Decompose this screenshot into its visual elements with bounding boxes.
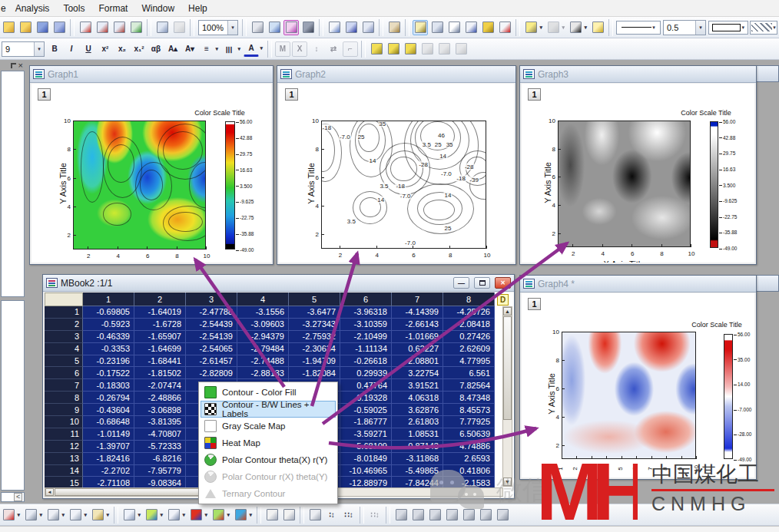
menu-item-window[interactable]: Window	[134, 1, 181, 16]
import-wizard-icon[interactable]	[111, 20, 127, 35]
dropdown-arrow-icon[interactable]: ▾	[260, 45, 263, 51]
matrix-cell[interactable]: -7.95779	[134, 465, 186, 477]
row-header[interactable]: 10	[45, 416, 83, 428]
graph3-plot-area[interactable]	[558, 121, 691, 247]
matrix-cell[interactable]: -0.5923	[83, 319, 134, 331]
matrix-cell[interactable]: -5.72333	[134, 441, 186, 453]
matrix-cell[interactable]: 8.47348	[443, 392, 495, 404]
context-menu-item-polar-1[interactable]: Polar Contour theta(X) r(Y)	[201, 451, 336, 468]
function-plot-icon[interactable]: ▾	[45, 507, 61, 523]
3d-rotate-2-icon[interactable]	[410, 507, 426, 523]
row-header[interactable]: 7	[45, 379, 83, 392]
d-column-button[interactable]: D	[497, 294, 509, 306]
matrix-cell[interactable]: -1.86777	[340, 416, 392, 428]
matrix-cell[interactable]: 7.77925	[443, 416, 495, 428]
mask-face-icon[interactable]	[307, 507, 323, 523]
matrix-cell[interactable]: -0.68648	[83, 416, 134, 428]
matrix-cell[interactable]: 2.61803	[392, 416, 443, 428]
matrix-cell[interactable]: -0.69805	[83, 306, 134, 319]
matrix-cell[interactable]: 0.47764	[340, 379, 392, 392]
matrix-cell[interactable]: -1.65907	[134, 331, 186, 343]
matrix-cell[interactable]: 2.08801	[392, 355, 443, 368]
decrease-font-icon[interactable]: A▾	[182, 41, 197, 57]
dropdown-arrow-icon[interactable]: ▾	[227, 512, 230, 518]
dropdown-arrow-icon[interactable]: ▾	[215, 46, 218, 52]
matrix-cell[interactable]: -0.3353	[83, 343, 134, 355]
matrix-cell[interactable]: -0.23196	[83, 355, 134, 368]
matrix-cell[interactable]: 8.45573	[443, 404, 495, 416]
menu-item-partial[interactable]: e	[0, 1, 8, 16]
2d-bar-plot-icon[interactable]: ▾	[1, 507, 16, 523]
new-worksheet-icon[interactable]	[446, 20, 462, 35]
row-header[interactable]: 4	[45, 343, 83, 355]
zoom-value-combo[interactable]: 100%▾	[198, 20, 238, 35]
dropdown-arrow-icon[interactable]: ▾	[249, 512, 252, 518]
options-gear-icon[interactable]	[480, 20, 496, 35]
select-all-corner[interactable]	[45, 292, 83, 306]
worksheet-properties-icon[interactable]	[463, 20, 479, 35]
matrix-cell[interactable]: -3.1556	[237, 306, 289, 319]
db-edit-icon[interactable]	[386, 41, 401, 57]
import-excel-icon[interactable]	[128, 20, 144, 35]
add-column-icon[interactable]	[497, 20, 512, 35]
matrix-cell[interactable]: -0.18303	[83, 379, 134, 392]
minimize-button[interactable]: —	[453, 277, 469, 289]
palette-icon[interactable]: ▾	[545, 20, 561, 35]
row-header[interactable]: 12	[45, 441, 83, 453]
matrix-cell[interactable]: -0.17522	[83, 367, 134, 379]
matrix-cell[interactable]: -1.64019	[134, 306, 186, 319]
column-header[interactable]: 8	[443, 292, 495, 306]
dropdown-arrow-icon[interactable]: ▾	[182, 512, 185, 518]
matrix-cell[interactable]: -6.8216	[134, 453, 186, 465]
matrix-cell[interactable]: -2.47788	[186, 306, 237, 319]
row-header[interactable]: 8	[45, 392, 83, 404]
mask-range-icon[interactable]	[264, 507, 280, 523]
column-header[interactable]: 1	[83, 292, 134, 306]
matrix-cell[interactable]: -1.94709	[289, 355, 340, 368]
matrix-cell[interactable]: -3.06898	[134, 404, 186, 416]
matrix-cell[interactable]: -2.82809	[186, 367, 237, 379]
matrix-cell[interactable]: -2.94379	[237, 331, 289, 343]
matrix-cell[interactable]: -0.43604	[83, 404, 134, 416]
matrix-cell[interactable]: 6.561	[443, 367, 495, 379]
db-refresh-icon[interactable]	[419, 41, 435, 57]
row-header[interactable]: 14	[45, 465, 83, 477]
matrix-cell[interactable]: -2.07474	[134, 379, 186, 392]
import-single-ascii-icon[interactable]	[94, 20, 110, 35]
matrix-cell[interactable]: 4.06318	[392, 392, 443, 404]
dropdown-arrow-icon[interactable]: ▾	[160, 512, 163, 518]
matrix-cell[interactable]: -1.39707	[83, 441, 134, 453]
row-header[interactable]: 13	[45, 453, 83, 465]
matrix-cell[interactable]: -10.46965	[340, 465, 392, 477]
scroll-left-icon[interactable]: <	[14, 493, 22, 501]
graph1-plot-area[interactable]	[73, 121, 206, 249]
heat-map-plot-icon[interactable]: ▾	[188, 507, 204, 523]
matrix-cell[interactable]: -1.68441	[134, 355, 186, 368]
matrix-cell[interactable]: -0.46339	[83, 331, 134, 343]
mbook2-titlebar[interactable]: MBook2 :1/1—✕	[43, 275, 514, 292]
lock-icon[interactable]: ⌐	[343, 41, 358, 57]
matrix-cell[interactable]: -4.25726	[443, 306, 495, 319]
row-header[interactable]: 3	[45, 331, 83, 343]
superscript-icon[interactable]: x²	[98, 41, 113, 57]
matrix-cell[interactable]: 4.77995	[443, 355, 495, 368]
exclude-icon[interactable]: X	[292, 41, 307, 57]
horizontal-spacing-icon[interactable]: ⇄	[326, 41, 341, 57]
matrix-cell[interactable]: -0.59025	[340, 404, 392, 416]
3d-rotate-1-icon[interactable]	[393, 507, 409, 523]
column-header[interactable]: 5	[289, 292, 340, 306]
matrix-cell[interactable]: -3.27343	[289, 319, 340, 331]
line-style-selector[interactable]: ▾	[616, 21, 661, 35]
menu-item-help[interactable]: Help	[181, 1, 214, 16]
contour-plot-icon[interactable]: ▾	[210, 507, 226, 523]
font-color-icon[interactable]: A▾	[244, 41, 259, 57]
line-width-value-combo[interactable]: 0.5▾	[663, 20, 706, 35]
zoom-in-icon[interactable]	[413, 20, 428, 35]
print-preview-icon[interactable]	[267, 20, 282, 35]
border-style-selector[interactable]: ▾	[708, 21, 748, 35]
greek-icon[interactable]: αβ	[148, 41, 164, 57]
video-icon[interactable]	[300, 20, 316, 35]
lighting-icon[interactable]	[590, 20, 605, 35]
matrix-cell[interactable]: 6.50639	[443, 428, 495, 441]
scroll-thumb[interactable]	[503, 316, 512, 420]
